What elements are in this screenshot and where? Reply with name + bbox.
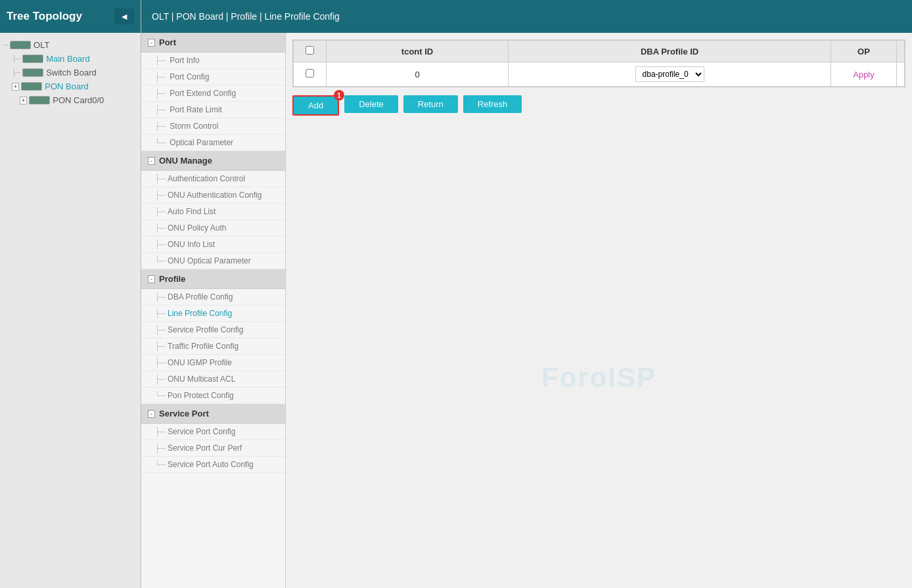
switch-board-label: Switch Board [46, 68, 97, 78]
olt-connector: ─ [4, 41, 9, 49]
nav-item-service-port-config[interactable]: ├─Service Port Config [141, 424, 285, 440]
port-section-title: Port [159, 37, 176, 47]
nav-item-onu-igmp-profile[interactable]: ├─ONU IGMP Profile [141, 355, 285, 371]
pon-card-label: PON Card0/0 [53, 95, 104, 105]
tree-topology-sidebar: Tree Topology ◄ ─ OLT ├─ Main Board [0, 0, 141, 588]
pon-board-label: PON Board [45, 81, 88, 91]
nav-item-pon-protect-config[interactable]: └─Pon Protect Config [141, 388, 285, 404]
connector: └─ [154, 138, 166, 147]
watermark: ForoISP [541, 362, 656, 394]
sidebar-title: Tree Topology [7, 10, 82, 23]
olt-device-icon [10, 41, 31, 49]
service-expand-icon: - [148, 410, 155, 418]
table-container: tcont ID DBA Profile ID OP [292, 39, 905, 87]
connector: ├─ [154, 72, 166, 81]
profile-expand-icon: - [148, 275, 155, 283]
breadcrumb: OLT | PON Board | Profile | Line Profile… [141, 0, 912, 33]
sb-device-icon [22, 68, 43, 77]
nav-item-port-info[interactable]: ├─ Port Info [141, 53, 285, 69]
table-header-row: tcont ID DBA Profile ID OP [294, 41, 905, 62]
add-badge: 1 [334, 90, 344, 101]
port-expand-icon: - [148, 39, 155, 47]
nav-item-onu-optical-param[interactable]: └─ONU Optical Parameter [141, 253, 285, 269]
pb-device-icon [21, 82, 42, 91]
onu-section-title: ONU Manage [159, 156, 212, 166]
breadcrumb-text: OLT | PON Board | Profile | Line Profile… [152, 11, 340, 22]
tcont-id-cell: 0 [327, 62, 509, 87]
nav-item-dba-profile-config[interactable]: ├─DBA Profile Config [141, 289, 285, 305]
pc-expand[interactable]: + [20, 97, 27, 104]
nav-item-optical-parameter[interactable]: └─ Optical Parameter [141, 135, 285, 151]
pb-expand[interactable]: + [12, 83, 19, 91]
sb-connector: ├─ [12, 69, 21, 76]
nav-item-service-port-cur-perf[interactable]: ├─Service Port Cur Perf [141, 440, 285, 457]
nav-item-auth-control[interactable]: ├─Authentication Control [141, 171, 285, 187]
op-cell: Apply [831, 62, 897, 87]
nav-item-onu-info-list[interactable]: ├─ONU Info List [141, 237, 285, 253]
dba-profile-cell: dba-profile_0 dba-profile_1 dba-profile_… [509, 62, 831, 87]
pc-device-icon [29, 96, 50, 104]
nav-item-port-rate-limit[interactable]: ├─ Port Rate Limit [141, 102, 285, 118]
connector: ├─ [154, 56, 166, 65]
tree-item-pon-board[interactable]: + PON Board [4, 79, 137, 93]
tree-container: ─ OLT ├─ Main Board ├─ Switch Board [0, 33, 141, 588]
apply-link[interactable]: Apply [853, 70, 875, 79]
row-checkbox[interactable] [306, 69, 314, 78]
select-all-checkbox[interactable] [306, 46, 314, 55]
nav-item-auto-find-list[interactable]: ├─Auto Find List [141, 204, 285, 220]
dba-profile-id-header: DBA Profile ID [509, 41, 831, 62]
add-button[interactable]: Add [292, 95, 339, 116]
nav-item-onu-auth-config[interactable]: ├─ONU Authentication Config [141, 187, 285, 204]
data-table: tcont ID DBA Profile ID OP [293, 40, 905, 87]
tree-item-switch-board[interactable]: ├─ Switch Board [4, 66, 137, 79]
tree-item-olt[interactable]: ─ OLT [4, 38, 137, 52]
connector: ├─ [154, 89, 166, 98]
op-header: OP [831, 41, 897, 62]
nav-section-onu-header[interactable]: - ONU Manage [141, 151, 285, 171]
nav-item-onu-policy-auth[interactable]: ├─ONU Policy Auth [141, 220, 285, 237]
nav-item-onu-multicast-acl[interactable]: ├─ONU Multicast ACL [141, 371, 285, 388]
nav-item-line-profile-config[interactable]: ├─Line Profile Config [141, 305, 285, 322]
dba-profile-select[interactable]: dba-profile_0 dba-profile_1 dba-profile_… [635, 66, 704, 82]
nav-section-onu-manage: - ONU Manage ├─Authentication Control ├─… [141, 151, 285, 269]
main-content: tcont ID DBA Profile ID OP [286, 33, 912, 588]
nav-item-port-config[interactable]: ├─ Port Config [141, 69, 285, 85]
nav-panel: - Port ├─ Port Info ├─ Port Config ├─ [141, 33, 286, 588]
return-button[interactable]: Return [403, 95, 458, 113]
tree-item-pon-card[interactable]: + PON Card0/0 [4, 93, 137, 107]
nav-section-port: - Port ├─ Port Info ├─ Port Config ├─ [141, 33, 285, 151]
profile-section-title: Profile [159, 274, 185, 284]
nav-item-storm-control[interactable]: ├─ Storm Control [141, 118, 285, 135]
table-row: 0 dba-profile_0 dba-profile_1 dba-profil… [294, 62, 905, 87]
nav-section-profile-header[interactable]: - Profile [141, 269, 285, 289]
mb-device-icon [22, 55, 43, 63]
tree-item-main-board[interactable]: ├─ Main Board [4, 52, 137, 66]
mb-connector: ├─ [12, 55, 21, 62]
service-section-title: Service Port [159, 409, 209, 418]
tcont-id-header: tcont ID [327, 41, 509, 62]
nav-item-service-port-auto-config[interactable]: └─Service Port Auto Config [141, 457, 285, 473]
nav-item-traffic-profile-config[interactable]: ├─Traffic Profile Config [141, 338, 285, 355]
olt-label: OLT [34, 40, 49, 50]
nav-item-service-profile-config[interactable]: ├─Service Profile Config [141, 322, 285, 338]
nav-item-port-extend-config[interactable]: ├─ Port Extend Config [141, 85, 285, 102]
nav-section-profile: - Profile ├─DBA Profile Config ├─Line Pr… [141, 269, 285, 404]
nav-section-port-header[interactable]: - Port [141, 33, 285, 53]
connector: ├─ [154, 105, 166, 114]
buttons-row: Add 1 Delete Return Refresh [292, 87, 905, 124]
delete-button[interactable]: Delete [344, 95, 398, 113]
onu-expand-icon: - [148, 157, 155, 165]
main-board-label: Main Board [46, 54, 89, 64]
sidebar-header: Tree Topology ◄ [0, 0, 141, 33]
sidebar-toggle-button[interactable]: ◄ [114, 9, 134, 24]
connector: ├─ [154, 122, 166, 131]
refresh-button[interactable]: Refresh [463, 95, 522, 113]
nav-section-service-port: - Service Port ├─Service Port Config ├─S… [141, 404, 285, 473]
nav-section-service-port-header[interactable]: - Service Port [141, 404, 285, 424]
